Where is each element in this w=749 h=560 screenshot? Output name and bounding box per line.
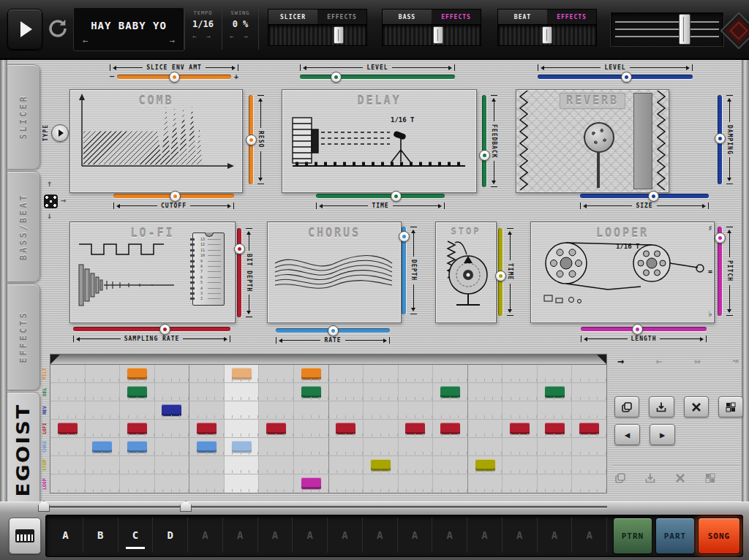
pattern-slot-14[interactable]: A xyxy=(503,518,538,553)
step-cell[interactable] xyxy=(468,401,503,419)
step-cell[interactable] xyxy=(259,365,294,382)
step-cell[interactable] xyxy=(189,365,225,382)
step-cell[interactable] xyxy=(225,474,260,493)
sidebar-tab-slicer[interactable]: SLICER xyxy=(7,64,40,170)
tab-beat-effects[interactable]: EFFECTS xyxy=(547,10,596,24)
step-cell[interactable] xyxy=(572,401,606,419)
pattern-slot-1[interactable]: A xyxy=(48,518,83,553)
step-cell[interactable] xyxy=(259,438,294,455)
step-cell[interactable] xyxy=(120,420,155,437)
step-forward-button[interactable]: ▶ xyxy=(650,424,675,445)
step-cell[interactable] xyxy=(433,365,468,382)
step-cell[interactable] xyxy=(433,401,468,419)
step-cell[interactable] xyxy=(259,456,294,474)
step-cell[interactable] xyxy=(120,474,155,493)
step-cell[interactable] xyxy=(399,420,434,437)
preset-prev-button[interactable]: ← xyxy=(83,36,88,46)
length-knob[interactable] xyxy=(632,324,643,335)
part-mode-button[interactable]: PART xyxy=(655,518,695,554)
step-cell[interactable] xyxy=(399,474,434,493)
depth-track[interactable] xyxy=(402,227,406,314)
tab-bass-effects[interactable]: EFFECTS xyxy=(432,10,481,24)
step-cell[interactable] xyxy=(572,420,606,437)
step-cell[interactable] xyxy=(572,365,606,382)
step-cell[interactable] xyxy=(155,383,190,401)
tab-slicer[interactable]: SLICER xyxy=(268,10,317,24)
step-cell[interactable] xyxy=(225,365,260,382)
step-cell[interactable] xyxy=(468,456,503,474)
master-volume-handle[interactable] xyxy=(679,14,690,45)
paste-icon-disabled[interactable] xyxy=(644,472,656,484)
step-cell[interactable] xyxy=(364,438,399,455)
stop-time-knob[interactable] xyxy=(495,270,506,281)
step-cell[interactable] xyxy=(329,474,364,493)
step-cell[interactable] xyxy=(468,420,503,437)
shift-left-icon[interactable]: ← xyxy=(655,355,662,368)
paste-button[interactable] xyxy=(649,396,674,417)
step-cell[interactable] xyxy=(120,365,155,382)
slicer-crossfader-handle[interactable] xyxy=(334,26,344,44)
step-cell[interactable] xyxy=(259,474,294,493)
preset-next-button[interactable]: → xyxy=(170,36,175,46)
randomize-icon-disabled[interactable] xyxy=(704,472,716,484)
step-cell[interactable] xyxy=(503,365,538,382)
keyboard-button[interactable] xyxy=(9,518,41,554)
step-cell[interactable] xyxy=(86,383,121,401)
step-cell[interactable] xyxy=(399,438,434,455)
randomize-up-arrow[interactable]: ↑ xyxy=(47,178,52,189)
step-cell[interactable] xyxy=(225,401,260,419)
step-cell[interactable] xyxy=(364,383,399,401)
step-cell[interactable] xyxy=(329,438,364,455)
ptrn-mode-button[interactable]: PTRN xyxy=(613,518,652,554)
step-cell[interactable] xyxy=(50,420,86,437)
step-cell[interactable] xyxy=(329,456,364,474)
step-cell[interactable] xyxy=(259,383,294,401)
loop-end-marker[interactable] xyxy=(597,355,606,364)
step-cell[interactable] xyxy=(538,456,573,474)
step-cell[interactable] xyxy=(155,365,190,382)
step-cell[interactable] xyxy=(155,420,190,437)
step-cell[interactable] xyxy=(364,474,399,493)
step-cell[interactable] xyxy=(189,401,225,419)
step-cell[interactable] xyxy=(433,420,468,437)
randomize-right-arrow[interactable]: → xyxy=(61,195,66,205)
reso-track[interactable] xyxy=(249,95,253,184)
pattern-slot-16[interactable]: A xyxy=(572,518,607,553)
delay-time-knob[interactable] xyxy=(391,191,402,202)
slice-env-track[interactable] xyxy=(117,75,231,79)
cutoff-knob[interactable] xyxy=(170,191,181,202)
pattern-slot-2[interactable]: B xyxy=(83,518,118,553)
step-cell[interactable] xyxy=(294,420,329,437)
step-cell[interactable] xyxy=(503,474,538,493)
step-cell[interactable] xyxy=(503,420,538,437)
bitdepth-track[interactable] xyxy=(237,228,241,317)
step-cell[interactable] xyxy=(294,365,329,382)
randomize-down-arrow[interactable]: ↓ xyxy=(47,211,52,221)
delay-time-track[interactable] xyxy=(316,194,445,198)
play-button[interactable] xyxy=(7,9,42,50)
reverb-level-knob[interactable] xyxy=(621,72,632,83)
step-cell[interactable] xyxy=(294,383,329,401)
step-cell[interactable] xyxy=(225,456,260,474)
step-cell[interactable] xyxy=(538,420,573,437)
damping-knob[interactable] xyxy=(715,133,726,144)
step-cell[interactable] xyxy=(294,401,329,419)
step-cell[interactable] xyxy=(50,456,86,474)
rate-track[interactable] xyxy=(276,328,390,333)
step-cell[interactable] xyxy=(538,438,573,455)
step-cell[interactable] xyxy=(259,420,294,437)
step-cell[interactable] xyxy=(364,401,399,419)
step-cell[interactable] xyxy=(538,383,573,401)
type-select-button[interactable] xyxy=(51,124,69,142)
copy-icon-disabled[interactable] xyxy=(614,472,626,484)
beat-crossfader-handle[interactable] xyxy=(542,26,552,44)
sidebar-tab-bassbeat[interactable]: BASS/BEAT xyxy=(7,171,40,282)
rate-knob[interactable] xyxy=(328,325,339,336)
step-cell[interactable] xyxy=(399,383,434,401)
step-cell[interactable] xyxy=(468,474,503,493)
pattern-slot-6[interactable]: A xyxy=(223,518,258,553)
stop-time-track[interactable] xyxy=(498,228,503,316)
step-cell[interactable] xyxy=(433,456,468,474)
step-cell[interactable] xyxy=(189,438,225,455)
step-cell[interactable] xyxy=(364,420,399,437)
